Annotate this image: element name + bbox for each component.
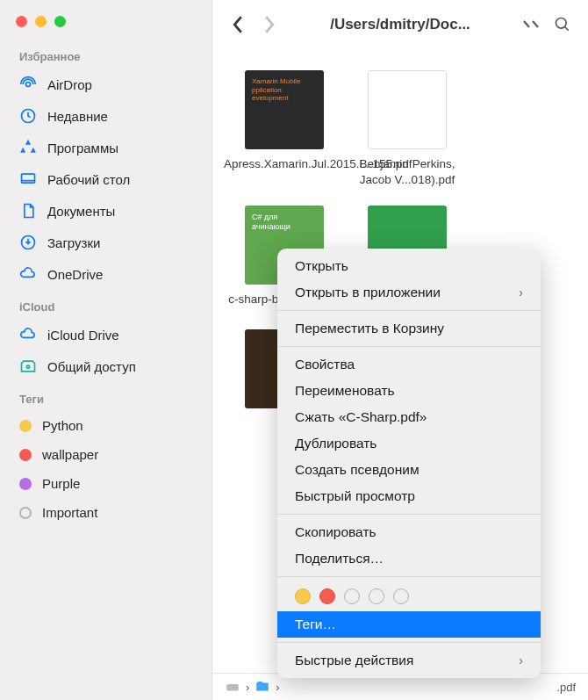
- more-button[interactable]: [521, 18, 541, 31]
- svg-rect-2: [22, 174, 35, 183]
- tag-dot-empty: [19, 507, 32, 519]
- separator: [277, 310, 541, 311]
- tag-python[interactable]: Python: [0, 411, 212, 440]
- file-thumb: [368, 70, 447, 149]
- sidebar-item-airdrop[interactable]: AirDrop: [0, 69, 212, 100]
- ctx-share[interactable]: Поделиться…: [277, 545, 541, 572]
- ctx-alias[interactable]: Создать псевдоним: [277, 457, 541, 483]
- close-button[interactable]: [16, 16, 27, 27]
- tag-wallpaper[interactable]: wallpaper: [0, 440, 212, 469]
- ctx-quicklook[interactable]: Быстрый просмотр: [277, 483, 541, 509]
- documents-icon: [19, 202, 37, 220]
- context-menu: Открыть Открыть в приложении› Переместит…: [277, 249, 541, 678]
- svg-point-5: [556, 18, 567, 29]
- separator: [277, 576, 541, 577]
- path-title: /Users/dmitry/Doc...: [291, 16, 509, 33]
- tag-label: wallpaper: [42, 447, 98, 462]
- file-item[interactable]: Xamarin MobilepplicationevelopmentApress…: [223, 70, 346, 188]
- sidebar-item-documents[interactable]: Документы: [0, 195, 212, 227]
- sidebar-item-onedrive[interactable]: OneDrive: [0, 258, 212, 290]
- sidebar-label: OneDrive: [47, 267, 103, 282]
- ctx-compress[interactable]: Сжать «C-Sharp.pdf»: [277, 404, 541, 430]
- sidebar: Избранное AirDrop Недавние Программы Раб…: [0, 0, 212, 700]
- tag-dot-yellow: [19, 420, 32, 432]
- tag-purple[interactable]: Purple: [0, 469, 212, 498]
- disk-icon: [225, 679, 240, 695]
- clock-icon: [19, 107, 37, 125]
- section-favorites: Избранное: [0, 40, 212, 69]
- shared-icon: [19, 357, 37, 375]
- file-thumb: Xamarin Mobilepplicationevelopment: [245, 70, 324, 149]
- cloud-icon: [19, 326, 37, 343]
- desktop-icon: [19, 170, 37, 188]
- forward-button[interactable]: [260, 16, 279, 33]
- pathbar-suffix: .pdf: [556, 681, 576, 694]
- sidebar-item-downloads[interactable]: Загрузки: [0, 227, 212, 258]
- downloads-icon: [19, 234, 37, 251]
- ctx-trash[interactable]: Переместить в Корзину: [277, 315, 541, 342]
- ctx-info[interactable]: Свойства: [277, 351, 541, 378]
- sidebar-label: Документы: [47, 204, 115, 219]
- airdrop-icon: [19, 76, 37, 93]
- sidebar-label: Рабочий стол: [47, 172, 130, 187]
- section-icloud: iCloud: [0, 290, 212, 319]
- svg-rect-6: [226, 684, 239, 691]
- separator: [277, 346, 541, 347]
- tag-circle-empty[interactable]: [393, 588, 409, 604]
- ctx-copy[interactable]: Скопировать: [277, 519, 541, 545]
- tag-circle-empty[interactable]: [344, 588, 360, 604]
- section-tags: Теги: [0, 382, 212, 411]
- tag-label: Purple: [42, 476, 80, 491]
- sidebar-label: Общий доступ: [47, 359, 136, 374]
- minimize-button[interactable]: [35, 16, 47, 27]
- svg-point-0: [26, 83, 31, 87]
- file-item[interactable]: Benjamin Perkins, Jacob V...018).pdf: [346, 70, 469, 188]
- ctx-open[interactable]: Открыть: [277, 253, 541, 279]
- file-name: Benjamin Perkins, Jacob V...018).pdf: [347, 156, 468, 188]
- tag-circle-yellow[interactable]: [295, 588, 311, 604]
- tag-label: Important: [42, 505, 97, 520]
- tag-important[interactable]: Important: [0, 498, 212, 527]
- sidebar-item-recent[interactable]: Недавние: [0, 100, 212, 132]
- sidebar-label: Программы: [47, 141, 118, 155]
- chevron-right-icon: ›: [519, 653, 523, 668]
- onedrive-icon: [19, 265, 37, 283]
- tag-circle-red[interactable]: [319, 588, 335, 604]
- search-button[interactable]: [553, 16, 572, 33]
- ctx-quick-actions[interactable]: Быстрые действия›: [277, 647, 541, 674]
- sidebar-item-shared[interactable]: Общий доступ: [0, 350, 212, 382]
- toolbar: /Users/dmitry/Doc...: [212, 0, 588, 49]
- separator: [277, 642, 541, 643]
- sidebar-label: AirDrop: [47, 77, 92, 92]
- folder-icon: [255, 679, 270, 695]
- sidebar-item-apps[interactable]: Программы: [0, 132, 212, 163]
- separator: [277, 514, 541, 515]
- ctx-rename[interactable]: Переименовать: [277, 378, 541, 404]
- ctx-tag-row: [277, 581, 541, 611]
- maximize-button[interactable]: [54, 16, 66, 27]
- svg-point-4: [26, 365, 29, 368]
- back-button[interactable]: [228, 16, 247, 33]
- sidebar-label: Загрузки: [47, 235, 100, 250]
- tag-label: Python: [42, 418, 83, 433]
- sidebar-label: Недавние: [47, 109, 108, 124]
- window-controls: [0, 9, 212, 40]
- ctx-open-with[interactable]: Открыть в приложении›: [277, 279, 541, 306]
- file-name: Apress.Xamarin.Jul.2015.I...155.pdf: [224, 156, 345, 172]
- sidebar-item-desktop[interactable]: Рабочий стол: [0, 163, 212, 195]
- sidebar-label: iCloud Drive: [47, 328, 119, 343]
- tag-dot-red: [19, 449, 32, 461]
- tag-circle-empty[interactable]: [369, 588, 384, 604]
- chevron-right-icon: ›: [519, 285, 523, 299]
- tag-dot-purple: [19, 478, 32, 490]
- sidebar-item-icloud-drive[interactable]: iCloud Drive: [0, 319, 212, 350]
- apps-icon: [19, 139, 37, 156]
- ctx-tags[interactable]: Теги…: [277, 611, 541, 638]
- ctx-duplicate[interactable]: Дублировать: [277, 430, 541, 457]
